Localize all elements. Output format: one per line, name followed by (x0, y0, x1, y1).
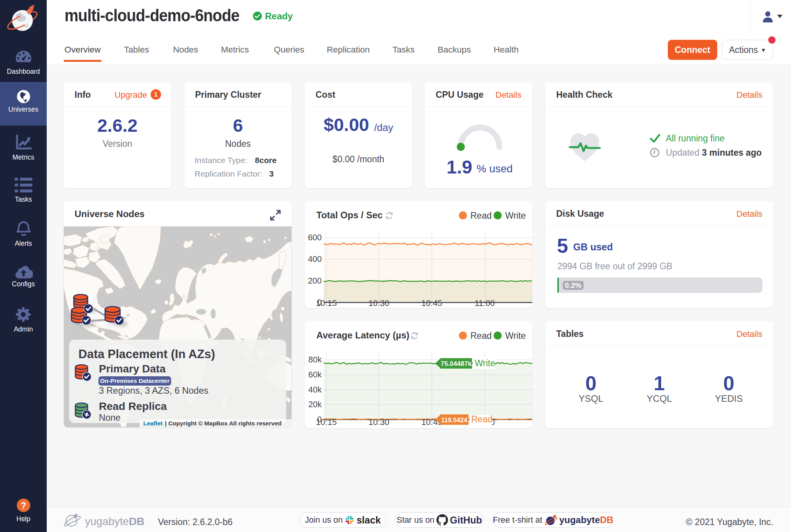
svg-text:Read Replica: Read Replica (99, 400, 167, 412)
svg-text:Primary Data: Primary Data (99, 363, 166, 375)
svg-text:Data Placement (In AZs): Data Placement (In AZs) (78, 347, 215, 361)
svg-text:80k: 80k (308, 355, 322, 364)
svg-text:11:00: 11:00 (475, 299, 495, 308)
svg-text:10:15: 10:15 (316, 299, 337, 308)
svg-text:On-Premises Datacenter: On-Premises Datacenter (100, 377, 170, 384)
svg-text:10:15: 10:15 (316, 418, 337, 427)
svg-text:Leaflet: Leaflet (143, 420, 163, 427)
svg-text:400: 400 (308, 255, 322, 264)
svg-text:10:30: 10:30 (368, 418, 389, 427)
svg-text:?: ? (20, 500, 26, 511)
svg-text:3 Regions, 3 AZS, 6 Nodes: 3 Regions, 3 AZS, 6 Nodes (99, 386, 208, 396)
svg-text:10:45: 10:45 (421, 299, 442, 308)
svg-text:40k: 40k (308, 385, 322, 394)
svg-text:Write: Write (475, 358, 495, 368)
svg-text:119.5424: 119.5424 (441, 416, 468, 423)
svg-text:Read: Read (471, 414, 492, 424)
svg-text:60k: 60k (308, 370, 322, 379)
svg-text:600: 600 (308, 233, 322, 242)
svg-text:10:30: 10:30 (368, 299, 389, 308)
svg-text:20k: 20k (308, 400, 322, 409)
svg-text:200: 200 (308, 276, 322, 286)
svg-text:| Copyright © MapBox All right: | Copyright © MapBox All rights reserved (165, 420, 282, 427)
svg-text:None: None (99, 413, 121, 423)
svg-text:75.04487k: 75.04487k (441, 360, 472, 367)
